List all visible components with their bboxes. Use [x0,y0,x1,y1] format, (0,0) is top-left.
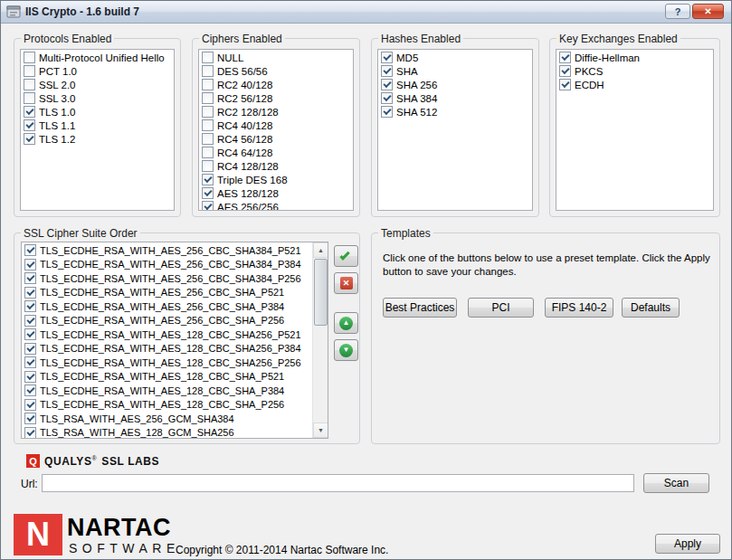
checkbox-item[interactable]: SHA [379,64,532,78]
checkbox-item[interactable]: SSL 3.0 [22,91,174,105]
checked-checkbox-icon[interactable] [24,371,36,383]
unchecked-checkbox-icon[interactable] [24,65,35,77]
checkbox-item[interactable]: RC4 64/128 [200,146,353,159]
checked-checkbox-icon[interactable] [24,287,36,299]
unchecked-checkbox-icon[interactable] [202,65,214,77]
checkbox-item[interactable]: TLS 1.1 [22,119,174,132]
scan-button[interactable]: Scan [643,473,709,493]
checked-checkbox-icon[interactable] [24,356,36,368]
checked-checkbox-icon[interactable] [24,300,36,312]
checked-checkbox-icon[interactable] [24,343,36,355]
checkbox-item[interactable]: Triple DES 168 [200,173,353,186]
checkbox-item[interactable]: RC4 56/128 [200,132,353,146]
unchecked-checkbox-icon[interactable] [202,133,214,145]
checkbox-item[interactable]: AES 256/256 [200,200,353,211]
checkbox-item[interactable]: TLS_ECDHE_RSA_WITH_AES_256_CBC_SHA_P521 [23,286,312,300]
unchecked-checkbox-icon[interactable] [202,119,214,131]
checkbox-item[interactable]: TLS_ECDHE_RSA_WITH_AES_128_CBC_SHA256_P5… [23,327,312,342]
unchecked-checkbox-icon[interactable] [24,92,35,104]
checkbox-item[interactable]: ECDH [557,78,713,91]
unchecked-checkbox-icon[interactable] [24,79,35,90]
checkbox-item[interactable]: TLS_ECDHE_RSA_WITH_AES_256_CBC_SHA384_P5… [23,243,312,258]
checkbox-item[interactable]: SSL 2.0 [22,78,174,91]
checkbox-item[interactable]: Multi-Protocol Unified Hello [22,51,174,64]
checkbox-item[interactable]: SHA 512 [379,105,532,119]
url-input[interactable] [42,474,634,492]
checkbox-item[interactable]: SHA 384 [379,91,532,105]
checked-checkbox-icon[interactable] [559,65,571,77]
checkbox-item[interactable]: TLS_ECDHE_RSA_WITH_AES_128_CBC_SHA_P256 [23,398,312,413]
best-practices-button[interactable]: Best Practices [383,298,457,318]
checked-checkbox-icon[interactable] [24,384,36,396]
scrollbar[interactable]: ▲ ▼ [312,242,328,438]
checkbox-item[interactable]: SHA 256 [379,78,532,91]
checked-checkbox-icon[interactable] [381,52,393,63]
move-down-button[interactable]: ▼ [334,339,358,361]
checkbox-item[interactable]: TLS_ECDHE_RSA_WITH_AES_128_CBC_SHA256_P2… [23,356,312,370]
scrollbar-up-button[interactable]: ▲ [313,242,328,258]
checked-checkbox-icon[interactable] [24,315,36,327]
checkbox-item[interactable]: TLS_ECDHE_RSA_WITH_AES_128_CBC_SHA256_P3… [23,342,312,356]
checkbox-item[interactable]: MD5 [379,51,532,64]
help-button[interactable]: ? [665,4,690,19]
checkbox-item[interactable]: TLS_ECDHE_RSA_WITH_AES_128_CBC_SHA_P384 [23,384,312,398]
checkbox-item[interactable]: TLS_ECDHE_RSA_WITH_AES_256_CBC_SHA_P256 [23,314,312,328]
checkbox-item[interactable]: TLS_ECDHE_RSA_WITH_AES_256_CBC_SHA_P384 [23,299,312,314]
checkbox-item[interactable]: RC2 128/128 [200,105,353,119]
checkbox-item[interactable]: TLS 1.2 [22,132,174,146]
checked-checkbox-icon[interactable] [24,399,36,411]
checked-checkbox-icon[interactable] [24,119,35,131]
checked-checkbox-icon[interactable] [202,201,214,211]
fips-140-2-button[interactable]: FIPS 140-2 [545,298,613,318]
checked-checkbox-icon[interactable] [24,272,36,284]
delete-button[interactable]: ✕ [334,272,358,294]
checkbox-item[interactable]: PKCS [557,64,713,78]
unchecked-checkbox-icon[interactable] [202,79,214,90]
checkbox-item[interactable]: DES 56/56 [200,64,353,78]
checkbox-item[interactable]: TLS_ECDHE_RSA_WITH_AES_256_CBC_SHA384_P3… [23,258,312,272]
checked-checkbox-icon[interactable] [24,259,36,271]
scrollbar-down-button[interactable]: ▼ [313,422,328,438]
move-up-button[interactable]: ▲ [334,312,358,334]
checkbox-item[interactable]: AES 128/128 [200,186,353,200]
defaults-button[interactable]: Defaults [622,298,680,318]
checkbox-item[interactable]: Diffie-Hellman [557,51,713,64]
checked-checkbox-icon[interactable] [559,52,571,63]
apply-button[interactable]: Apply [655,534,720,554]
checked-checkbox-icon[interactable] [24,328,36,340]
checked-checkbox-icon[interactable] [24,413,36,424]
checked-checkbox-icon[interactable] [24,244,36,256]
unchecked-checkbox-icon[interactable] [202,106,214,118]
checked-checkbox-icon[interactable] [202,187,214,199]
checked-checkbox-icon[interactable] [202,174,214,185]
checkbox-item[interactable]: TLS_ECDHE_RSA_WITH_AES_256_CBC_SHA384_P2… [23,271,312,286]
checked-checkbox-icon[interactable] [381,92,393,104]
checkbox-item[interactable]: RC2 56/128 [200,91,353,105]
checkbox-item[interactable]: RC4 40/128 [200,119,353,132]
unchecked-checkbox-icon[interactable] [202,52,214,63]
checked-checkbox-icon[interactable] [24,106,35,118]
scrollbar-thumb[interactable] [314,259,328,326]
unchecked-checkbox-icon[interactable] [202,160,214,172]
titlebar[interactable]: IIS Crypto - 1.6 build 7 ? ✕ [1,1,731,24]
checked-checkbox-icon[interactable] [381,65,393,77]
checkbox-item[interactable]: NULL [200,51,353,64]
checked-checkbox-icon[interactable] [381,106,393,118]
checkbox-item[interactable]: TLS_RSA_WITH_AES_128_GCM_SHA256 [23,426,312,439]
checked-checkbox-icon[interactable] [24,427,36,438]
pci-button[interactable]: PCI [468,298,534,318]
unchecked-checkbox-icon[interactable] [202,92,214,104]
checkbox-item[interactable]: PCT 1.0 [22,64,174,78]
check-button[interactable] [334,245,358,267]
checkbox-item[interactable]: RC4 128/128 [200,159,353,173]
checkbox-item[interactable]: TLS_ECDHE_RSA_WITH_AES_128_CBC_SHA_P521 [23,370,312,384]
unchecked-checkbox-icon[interactable] [24,52,35,63]
unchecked-checkbox-icon[interactable] [202,147,214,158]
checked-checkbox-icon[interactable] [381,79,393,90]
close-button[interactable]: ✕ [692,4,724,19]
checkbox-item[interactable]: RC2 40/128 [200,78,353,91]
checkbox-item[interactable]: TLS 1.0 [22,105,174,119]
checked-checkbox-icon[interactable] [559,79,571,90]
checked-checkbox-icon[interactable] [24,133,35,145]
checkbox-item[interactable]: TLS_RSA_WITH_AES_256_GCM_SHA384 [23,412,312,426]
